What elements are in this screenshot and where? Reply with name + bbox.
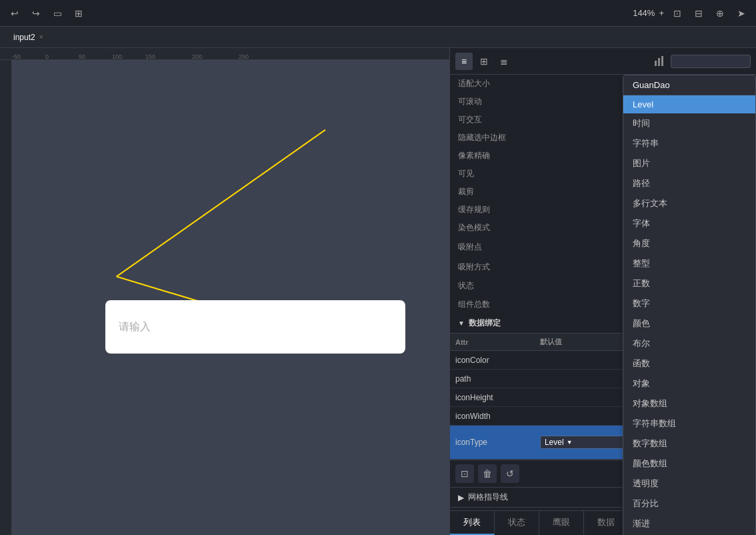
guandao-item-integer[interactable]: 整型	[623, 253, 755, 274]
network-label: 网格指导线	[468, 492, 508, 503]
search-input[interactable]	[671, 55, 751, 68]
label-cache: 缓存规则	[458, 204, 511, 215]
guandao-item-angle[interactable]: 角度	[623, 233, 755, 253]
canvas-content: 请输入	[12, 60, 449, 535]
tick-3: 100	[112, 53, 122, 60]
guandao-dropdown: GuanDao Level 时间 字符串 图片 路径 多行文本 字体 角度 整型…	[623, 75, 756, 535]
label-color-mode: 染色模式	[458, 222, 511, 233]
label-adapt: 适配大小	[458, 78, 511, 89]
tick-2: 50	[79, 53, 85, 60]
tab-state[interactable]: 状态	[495, 511, 539, 535]
cell-iconheight-attr: iconHeight	[450, 388, 535, 407]
tab-eagle[interactable]: 鹰眼	[539, 511, 584, 535]
right-panel: ≡ ⊞ ≣ 适配大小 🔗 可滚动 🔗	[449, 48, 756, 535]
guandao-item-font[interactable]: 字体	[623, 213, 755, 233]
tick-4: 150	[145, 53, 155, 60]
guandao-item-object[interactable]: 对象	[623, 374, 755, 394]
delete-btn[interactable]: 🗑	[478, 464, 497, 483]
tab-input2[interactable]: input2 ×	[7, 30, 50, 45]
panel-chart-icon[interactable]	[651, 53, 668, 70]
guandao-item-string[interactable]: 字符串	[623, 133, 755, 153]
label-hide-border: 隐藏选中边框	[458, 132, 511, 143]
binding-label: 数据绑定	[469, 318, 501, 329]
guandao-item-objarray[interactable]: 对象数组	[623, 394, 755, 414]
label-total: 组件总数	[458, 299, 511, 310]
zoom-level: 144%	[633, 8, 655, 18]
panel-top-bar: ≡ ⊞ ≣	[450, 48, 756, 75]
guandao-item-opacity[interactable]: 透明度	[623, 474, 755, 494]
panel-icon-bars[interactable]: ≡	[455, 53, 473, 70]
canvas-input-box: 请输入	[105, 300, 405, 354]
label-snap-method: 吸附方式	[458, 261, 511, 273]
guandao-item-image[interactable]: 图片	[623, 153, 755, 173]
canvas-area[interactable]: -50 0 50 100 150 200 250	[0, 48, 449, 535]
undo-button[interactable]: ↩	[7, 5, 23, 21]
guandao-item-bool[interactable]: 布尔	[623, 334, 755, 354]
panel-icon-lines[interactable]: ≣	[495, 53, 513, 70]
guandao-item-positive[interactable]: 正数	[623, 274, 755, 294]
view-fit-icon[interactable]: ⊡	[669, 5, 685, 21]
move-icon[interactable]: ⊕	[712, 5, 728, 21]
send-icon[interactable]: ➤	[733, 5, 749, 21]
label-interact: 可交互	[458, 114, 511, 125]
col-attr: Attr	[450, 334, 535, 351]
cell-icontype-attr: iconType	[450, 426, 535, 460]
guandao-item-function[interactable]: 函数	[623, 354, 755, 374]
guandao-item-strarray[interactable]: 字符串数组	[623, 414, 755, 434]
guandao-item-time[interactable]: 时间	[623, 113, 755, 133]
tab-bar: input2 ×	[0, 27, 756, 48]
label-pixel: 像素精确	[458, 150, 511, 161]
cell-path-attr: path	[450, 370, 535, 388]
ruler-vertical	[0, 60, 12, 535]
panel-rows-container: 适配大小 🔗 可滚动 🔗 可交互 🔗 隐藏选中边框 🔗 像素精确 🔗 可见	[450, 75, 756, 535]
guandao-item-multitext[interactable]: 多行文本	[623, 193, 755, 213]
tick-6: 250	[239, 53, 249, 60]
top-toolbar: ↩ ↪ ▭ ⊞ 144% + ⊡ ⊟ ⊕ ➤	[0, 0, 756, 27]
tick-0: -50	[12, 53, 21, 60]
guandao-item-number[interactable]: 数字	[623, 294, 755, 314]
tab-data[interactable]: 数据	[584, 511, 629, 535]
icontype-value: Level	[545, 438, 564, 447]
grid-tool[interactable]: ⊞	[71, 5, 87, 21]
label-visible: 可见	[458, 168, 511, 179]
panel-icon-grid[interactable]: ⊞	[475, 53, 493, 70]
tab-list[interactable]: 列表	[450, 511, 495, 535]
ruler-horizontal: -50 0 50 100 150 200 250	[0, 48, 449, 60]
tab-close[interactable]: ×	[39, 33, 43, 41]
canvas-background	[12, 60, 449, 535]
frame-tool[interactable]: ▭	[49, 5, 65, 21]
guandao-item-numarray[interactable]: 数字数组	[623, 434, 755, 454]
main-area: -50 0 50 100 150 200 250	[0, 48, 756, 535]
cell-iconwidth-attr: iconWidth	[450, 407, 535, 426]
label-scroll: 可滚动	[458, 96, 511, 107]
svg-rect-2	[655, 61, 657, 66]
guandao-item-percent[interactable]: 百分比	[623, 494, 755, 514]
guandao-item-level[interactable]: Level	[623, 95, 755, 113]
tick-5: 200	[192, 53, 202, 60]
binding-chevron[interactable]: ▼	[458, 320, 465, 327]
select-all-btn[interactable]: ⊡	[455, 464, 474, 483]
guandao-item-path[interactable]: 路径	[623, 173, 755, 193]
guandao-item-color[interactable]: 颜色	[623, 314, 755, 334]
label-snap-point: 吸附点	[458, 241, 511, 253]
svg-rect-4	[661, 56, 663, 66]
label-state: 状态	[458, 280, 511, 292]
refresh-btn[interactable]: ↺	[501, 464, 519, 483]
guandao-item-gradient[interactable]: 渐进	[623, 514, 755, 534]
chevron-down-icon: ▼	[567, 439, 573, 446]
canvas-placeholder: 请输入	[119, 320, 151, 334]
ruler-ticks: -50 0 50 100 150 200 250	[12, 48, 449, 60]
svg-rect-3	[658, 58, 660, 66]
label-clip: 裁剪	[458, 186, 511, 197]
network-chevron[interactable]: ▶	[458, 493, 464, 502]
cell-iconcolor-attr: iconColor	[450, 351, 535, 370]
redo-button[interactable]: ↪	[28, 5, 44, 21]
tick-1: 0	[45, 53, 49, 60]
guandao-item-colorarray[interactable]: 颜色数组	[623, 454, 755, 474]
guandao-header: GuanDao	[623, 75, 755, 95]
fullscreen-icon[interactable]: ⊟	[691, 5, 707, 21]
zoom-plus[interactable]: +	[659, 8, 664, 18]
tab-label: input2	[13, 33, 35, 42]
